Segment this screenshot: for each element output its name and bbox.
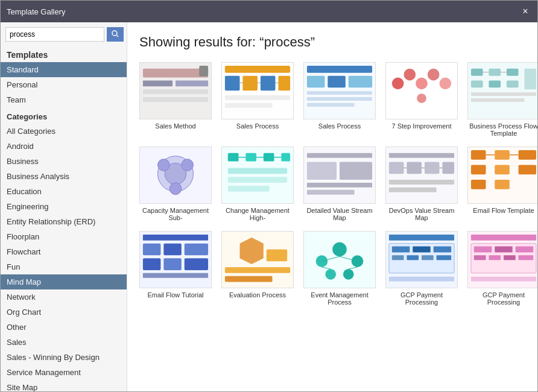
svg-rect-19 (225, 103, 273, 108)
svg-rect-58 (264, 153, 274, 162)
sidebar-category-item[interactable]: Android (1, 139, 127, 154)
template-label: DevOps Value Stream Map (385, 207, 458, 221)
template-card[interactable]: GCP Payment Processing (385, 231, 458, 306)
svg-rect-12 (242, 75, 258, 90)
svg-rect-128 (471, 235, 536, 241)
svg-point-30 (404, 69, 416, 81)
sidebar-category-item[interactable]: Sales (1, 335, 127, 350)
svg-rect-131 (495, 246, 512, 252)
svg-rect-122 (392, 255, 404, 260)
svg-rect-68 (307, 183, 372, 188)
svg-rect-105 (267, 249, 287, 261)
svg-rect-88 (519, 150, 536, 160)
template-card[interactable]: 7 Step Improvement (385, 62, 458, 137)
svg-rect-117 (389, 235, 454, 241)
sidebar-category-item[interactable]: All Categories (1, 124, 127, 139)
sidebar-template-item[interactable]: Personal (1, 77, 127, 92)
template-label: Business Process Flow Template (467, 122, 537, 137)
svg-rect-79 (389, 180, 454, 185)
svg-rect-7 (143, 97, 208, 102)
svg-point-29 (392, 77, 404, 89)
template-card[interactable]: Sales Process (221, 62, 294, 137)
svg-rect-3 (143, 69, 208, 78)
template-thumbnail (221, 62, 294, 119)
svg-rect-106 (304, 232, 375, 288)
template-thumbnail (139, 231, 212, 288)
sidebar-category-item[interactable]: Network (1, 289, 127, 305)
close-button[interactable]: × (519, 5, 531, 17)
svg-rect-133 (474, 255, 486, 260)
svg-point-32 (428, 69, 440, 81)
svg-rect-86 (495, 150, 510, 160)
svg-rect-28 (386, 63, 457, 119)
template-card[interactable]: Sales Method (139, 62, 212, 137)
svg-rect-11 (225, 75, 240, 90)
svg-rect-42 (489, 80, 501, 87)
svg-rect-137 (471, 277, 536, 282)
template-thumbnail (303, 231, 376, 288)
svg-rect-99 (185, 258, 208, 270)
svg-rect-124 (422, 255, 434, 260)
sidebar-category-item[interactable]: Flowchart (1, 244, 127, 259)
template-card[interactable]: GCP Payment Processing (467, 231, 537, 306)
template-thumbnail (139, 147, 212, 204)
svg-rect-96 (185, 243, 208, 255)
template-card[interactable]: Capacity Management Sub- (139, 147, 212, 221)
templates-grid: Sales Method Sales Process Sales Process… (139, 62, 525, 306)
svg-rect-123 (407, 255, 419, 260)
template-thumbnail (303, 147, 376, 204)
svg-rect-60 (281, 153, 290, 162)
sidebar-category-item[interactable]: Sales - Winning By Design (1, 350, 127, 365)
sidebar-category-item[interactable]: Mind Map (1, 274, 127, 289)
sidebar-category-item[interactable]: Business (1, 154, 127, 169)
sidebar-category-item[interactable]: Floorplan (1, 229, 127, 244)
template-label: Capacity Management Sub- (139, 207, 212, 221)
search-input[interactable] (5, 27, 104, 42)
svg-rect-98 (163, 258, 181, 270)
sidebar-category-item[interactable]: Fun (1, 259, 127, 274)
svg-rect-62 (228, 177, 287, 183)
svg-rect-66 (307, 162, 337, 179)
template-card[interactable]: Email Flow Tutorial (139, 231, 212, 306)
template-card[interactable]: Change Management High- (221, 147, 294, 221)
svg-rect-120 (413, 246, 430, 252)
svg-rect-23 (328, 75, 345, 87)
sidebar-category-item[interactable]: Service Management (1, 365, 127, 380)
sidebar-category-item[interactable]: Education (1, 184, 127, 199)
template-card[interactable]: Evaluation Process (221, 231, 294, 306)
sidebar-category-item[interactable]: Business Analysis (1, 169, 127, 184)
svg-rect-71 (389, 153, 454, 158)
template-card[interactable]: DevOps Value Stream Map (385, 147, 458, 221)
sidebar-category-item[interactable]: Other (1, 320, 127, 335)
svg-rect-63 (228, 186, 270, 192)
search-button[interactable] (107, 27, 124, 42)
svg-rect-4 (143, 80, 172, 86)
svg-rect-69 (307, 190, 355, 195)
template-card[interactable]: Sales Process (303, 62, 376, 137)
svg-rect-104 (225, 276, 273, 282)
svg-rect-40 (507, 69, 519, 76)
svg-rect-46 (471, 98, 524, 102)
categories-section-header: Categories (1, 107, 127, 124)
template-thumbnail (221, 147, 294, 204)
sidebar-category-item[interactable]: Site Map (1, 380, 127, 391)
sidebar-template-item[interactable]: Team (1, 92, 127, 107)
template-card[interactable]: Event Management Process (303, 231, 376, 306)
svg-rect-72 (389, 162, 404, 174)
template-thumbnail (385, 62, 458, 119)
template-card[interactable]: Business Process Flow Template (467, 62, 537, 137)
template-thumbnail (385, 147, 458, 204)
svg-rect-74 (425, 162, 440, 174)
svg-rect-25 (307, 91, 372, 95)
template-card[interactable]: Detailed Value Stream Map (303, 147, 376, 221)
template-card[interactable]: Email Flow Template (467, 147, 537, 221)
sidebar-category-item[interactable]: Entity Relationship (ERD) (1, 214, 127, 229)
sidebar-category-item[interactable]: Engineering (1, 199, 127, 214)
sidebar-template-item[interactable]: Standard (1, 62, 127, 77)
svg-point-33 (439, 77, 451, 89)
sidebar-category-item[interactable]: Org Chart (1, 305, 127, 320)
svg-rect-27 (307, 103, 355, 107)
template-label: GCP Payment Processing (467, 291, 537, 306)
template-label: Sales Process (318, 122, 361, 130)
svg-rect-134 (489, 255, 501, 260)
